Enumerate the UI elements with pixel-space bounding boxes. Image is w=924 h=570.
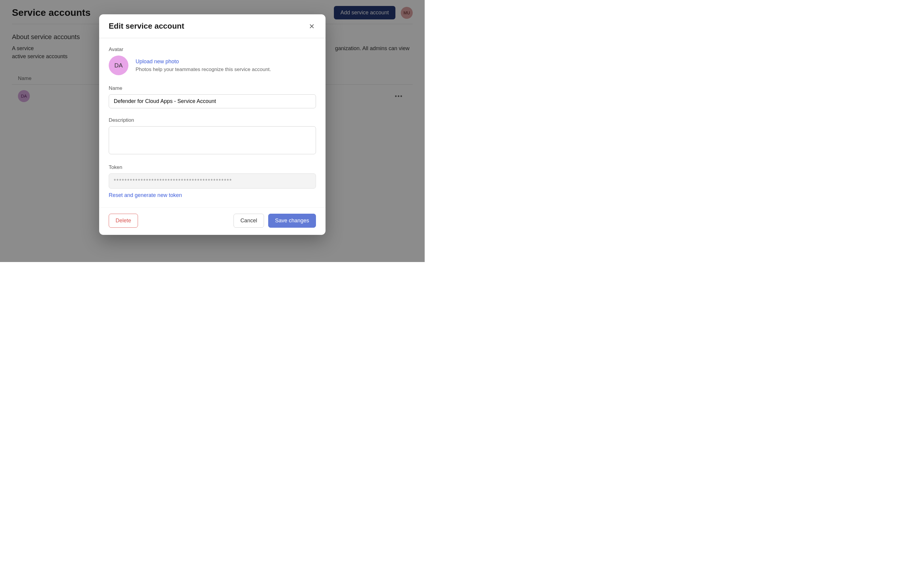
name-input[interactable] [109, 94, 316, 108]
delete-button[interactable]: Delete [109, 214, 138, 228]
token-field [109, 173, 316, 188]
token-label: Token [109, 164, 316, 170]
modal-footer: Delete Cancel Save changes [99, 207, 325, 235]
save-button[interactable]: Save changes [268, 214, 316, 228]
modal-header: Edit service account [99, 14, 325, 38]
description-input[interactable] [109, 126, 316, 154]
avatar-section: DA Upload new photo Photos help your tea… [109, 55, 316, 75]
cancel-button[interactable]: Cancel [233, 214, 264, 228]
avatar: DA [109, 55, 128, 75]
modal-overlay: Edit service account Avatar DA Upload ne… [0, 0, 425, 262]
modal-body[interactable]: Avatar DA Upload new photo Photos help y… [99, 38, 325, 207]
edit-service-account-modal: Edit service account Avatar DA Upload ne… [99, 14, 325, 235]
upload-hint: Photos help your teammates recognize thi… [136, 67, 271, 72]
upload-photo-link[interactable]: Upload new photo [136, 58, 179, 64]
description-label: Description [109, 117, 316, 123]
modal-title: Edit service account [109, 21, 184, 31]
close-icon[interactable] [308, 22, 316, 31]
reset-token-link[interactable]: Reset and generate new token [109, 192, 182, 198]
avatar-label: Avatar [109, 46, 316, 52]
name-label: Name [109, 85, 316, 91]
